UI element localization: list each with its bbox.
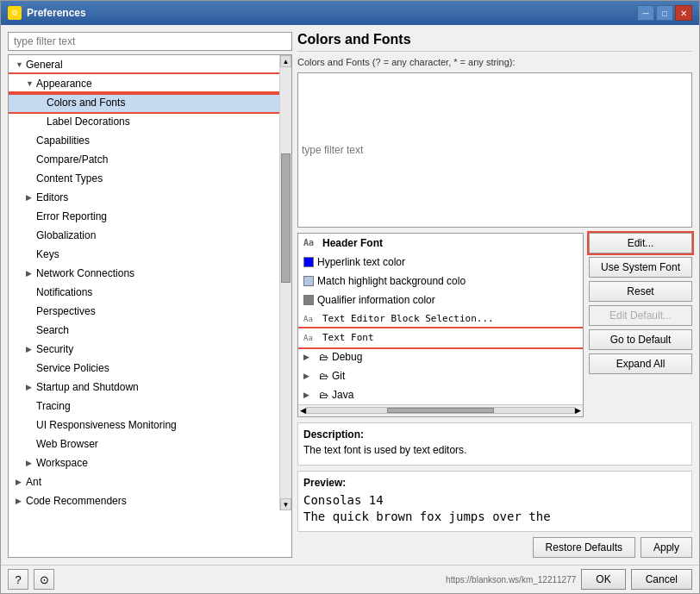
- colors-filter-input[interactable]: [297, 72, 692, 228]
- tree-item-ui-responsiveness[interactable]: UI Responsiveness Monitoring: [9, 416, 279, 435]
- color-label-hyperlink: Hyperlink text color: [317, 254, 405, 270]
- swatch-qualifier: [303, 295, 314, 305]
- scroll-up-arrow[interactable]: ▲: [280, 55, 291, 67]
- scroll-left-arrow[interactable]: ◀: [300, 406, 306, 415]
- tree-scrollbar[interactable]: ▲ ▼: [279, 55, 291, 510]
- minimize-button[interactable]: ─: [637, 5, 654, 21]
- colors-area: Aa Header Font Hyperlink text color Matc…: [297, 233, 692, 417]
- scroll-down-arrow[interactable]: ▼: [280, 498, 291, 510]
- color-label-git: Git: [332, 368, 345, 384]
- tree-item-search[interactable]: Search: [9, 321, 279, 340]
- tree-item-capabilities[interactable]: Capabilities: [9, 131, 279, 150]
- tree-item-colors-fonts[interactable]: Colors and Fonts: [9, 93, 279, 112]
- colors-scrollbar-h[interactable]: ◀ ▶: [298, 404, 583, 416]
- bottom-bar: ? ⊙ https://blankson.ws/km_12211277 OK C…: [1, 565, 699, 593]
- color-label-text-editor-block: Text Editor Block Selection...: [322, 311, 494, 327]
- description-text: The text font is used by text editors.: [303, 444, 686, 456]
- tree-item-network-connections[interactable]: ▶ Network Connections: [9, 264, 279, 283]
- tree-label-ant: Ant: [26, 474, 41, 490]
- status-button[interactable]: ⊙: [34, 569, 54, 590]
- tree-item-security[interactable]: ▶ Security: [9, 340, 279, 359]
- edit-button[interactable]: Edit...: [589, 233, 692, 253]
- aa-icon-text-editor-block: Aa: [303, 311, 319, 327]
- tree-item-workspace[interactable]: ▶ Workspace: [9, 453, 279, 472]
- tree-item-perspectives[interactable]: Perspectives: [9, 302, 279, 321]
- color-item-header-font[interactable]: Aa Header Font: [298, 234, 583, 253]
- tree-item-appearance[interactable]: ▼ Appearance: [9, 74, 279, 93]
- folder-icon-debug: 🗁: [319, 349, 328, 365]
- color-item-qualifier[interactable]: Qualifier information color: [298, 291, 583, 310]
- tree-label-notifications: Notifications: [36, 284, 92, 300]
- tree-item-code-recommenders[interactable]: ▶ Code Recommenders: [9, 491, 279, 510]
- tree-item-tracing[interactable]: Tracing: [9, 397, 279, 416]
- colors-list-container: Aa Header Font Hyperlink text color Matc…: [297, 233, 584, 417]
- tree-label-service-policies: Service Policies: [36, 360, 109, 376]
- ok-button[interactable]: OK: [581, 569, 625, 590]
- tree-item-editors[interactable]: ▶ Editors: [9, 188, 279, 207]
- preferences-window: ⚙ Preferences ─ □ ✕ ▼ General: [0, 0, 700, 594]
- close-button[interactable]: ✕: [675, 5, 692, 21]
- expand-arrow-debug: ▶: [303, 349, 314, 365]
- right-panel: Colors and Fonts Colors and Fonts (? = a…: [297, 32, 692, 558]
- reset-button[interactable]: Reset: [589, 281, 692, 302]
- go-to-default-button[interactable]: Go to Default: [589, 329, 692, 350]
- h-scroll-track[interactable]: [306, 407, 575, 414]
- color-label-debug: Debug: [332, 349, 362, 365]
- apply-button[interactable]: Apply: [641, 537, 692, 558]
- preview-area: Preview: Consolas 14 The quick brown fox…: [297, 471, 692, 532]
- color-item-text-editor-block[interactable]: Aa Text Editor Block Selection...: [298, 310, 583, 328]
- tree-items: ▼ General ▼ Appearance Colors and Fonts: [9, 55, 279, 510]
- tree-item-keys[interactable]: Keys: [9, 245, 279, 264]
- title-bar: ⚙ Preferences ─ □ ✕: [1, 1, 699, 25]
- edit-default-button[interactable]: Edit Default...: [589, 305, 692, 326]
- scroll-track[interactable]: [280, 67, 291, 498]
- tree-item-general[interactable]: ▼ General: [9, 55, 279, 74]
- scroll-right-arrow[interactable]: ▶: [575, 406, 581, 415]
- restore-defaults-button[interactable]: Restore Defaults: [533, 537, 635, 558]
- preview-label: Preview:: [303, 477, 686, 489]
- colors-list: Aa Header Font Hyperlink text color Matc…: [298, 234, 583, 404]
- help-button[interactable]: ?: [8, 569, 28, 590]
- tree-item-web-browser[interactable]: Web Browser: [9, 435, 279, 453]
- color-item-text-font[interactable]: Aa Text Font: [298, 328, 583, 347]
- tree-item-ant[interactable]: ▶ Ant: [9, 472, 279, 491]
- color-item-debug[interactable]: ▶ 🗁 Debug: [298, 347, 583, 366]
- left-panel: ▼ General ▼ Appearance Colors and Fonts: [8, 32, 292, 558]
- expand-all-button[interactable]: Expand All: [589, 353, 692, 374]
- tree-item-notifications[interactable]: Notifications: [9, 283, 279, 302]
- right-buttons: Edit... Use System Font Reset Edit Defau…: [589, 233, 692, 417]
- expand-arrow-code-recommenders: ▶: [16, 493, 26, 509]
- tree-label-perspectives: Perspectives: [36, 303, 96, 319]
- h-scroll-thumb: [387, 408, 494, 413]
- aa-icon-text-font: Aa: [303, 330, 319, 346]
- color-label-text-font: Text Font: [322, 330, 374, 346]
- cancel-button[interactable]: Cancel: [631, 569, 692, 590]
- tree-item-content-types[interactable]: Content Types: [9, 169, 279, 188]
- panel-title: Colors and Fonts: [297, 32, 692, 52]
- color-label-header-font: Header Font: [322, 235, 383, 251]
- tree-item-service-policies[interactable]: Service Policies: [9, 359, 279, 378]
- tree-item-label-decorations[interactable]: Label Decorations: [9, 112, 279, 131]
- color-item-match-highlight[interactable]: Match highlight background colo: [298, 272, 583, 291]
- tree-item-compare-patch[interactable]: Compare/Patch: [9, 150, 279, 169]
- tree-filter-input[interactable]: [8, 32, 292, 51]
- color-item-hyperlink[interactable]: Hyperlink text color: [298, 253, 583, 272]
- expand-arrow-network: ▶: [26, 266, 36, 281]
- expand-arrow-startup: ▶: [26, 379, 36, 395]
- color-item-git[interactable]: ▶ 🗁 Git: [298, 366, 583, 385]
- tree-label-workspace: Workspace: [36, 455, 88, 471]
- expand-arrow-workspace: ▶: [26, 455, 36, 471]
- help-icon: ?: [15, 573, 21, 586]
- status-icon: ⊙: [40, 573, 49, 586]
- app-icon: ⚙: [8, 6, 22, 20]
- tree-item-startup-shutdown[interactable]: ▶ Startup and Shutdown: [9, 378, 279, 397]
- tree-label-network-connections: Network Connections: [36, 266, 134, 281]
- tree-item-error-reporting[interactable]: Error Reporting: [9, 207, 279, 226]
- maximize-button[interactable]: □: [656, 5, 673, 21]
- tree-item-globalization[interactable]: Globalization: [9, 226, 279, 245]
- tree-label-startup-shutdown: Startup and Shutdown: [36, 379, 139, 395]
- expand-arrow-java: ▶: [303, 387, 314, 403]
- use-system-font-button[interactable]: Use System Font: [589, 257, 692, 278]
- color-item-java[interactable]: ▶ 🗁 Java: [298, 385, 583, 404]
- description-area: Description: The text font is used by te…: [297, 422, 692, 466]
